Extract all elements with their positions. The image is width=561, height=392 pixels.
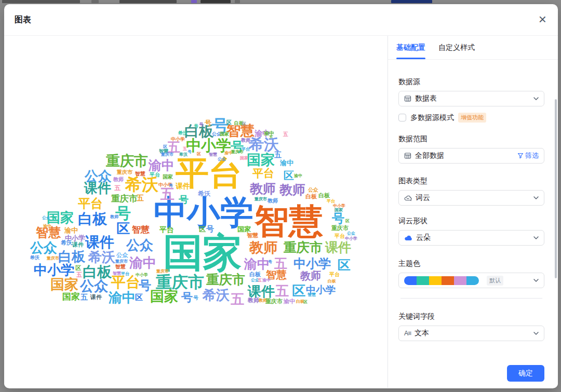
word-cloud-word: 重庆市 xyxy=(206,273,245,286)
scrollbar-thumb[interactable] xyxy=(555,99,557,278)
word-cloud-word: 五 xyxy=(283,132,288,137)
word-cloud-word: 中小学 xyxy=(34,263,74,277)
word-cloud-word: 教师 xyxy=(110,215,118,219)
background-fragment xyxy=(201,0,231,3)
word-cloud-word: 号 xyxy=(181,292,193,303)
word-cloud-word: 国家 xyxy=(163,174,173,180)
word-cloud-word: 平台 xyxy=(78,197,103,210)
background-fragment xyxy=(235,0,240,3)
background-fragment xyxy=(191,0,197,3)
word-cloud-word: 区 xyxy=(345,219,350,223)
word-cloud-word: 平台 xyxy=(111,275,140,290)
text-field-icon: A≡ xyxy=(404,330,411,337)
dialog-title: 图表 xyxy=(15,15,31,25)
word-cloud-word: 智慧 xyxy=(247,233,258,238)
word-cloud-word: 区 xyxy=(242,122,246,126)
data-range-select[interactable]: 全部数据 筛选 xyxy=(398,148,544,164)
word-cloud-word: 希沃 xyxy=(198,191,210,197)
data-range-value: 全部数据 xyxy=(415,151,444,160)
multi-source-row: 多数据源模式 增值功能 xyxy=(398,113,544,123)
word-cloud-word: 五 xyxy=(161,187,175,201)
word-cloud-word: 白板 xyxy=(78,212,107,226)
word-cloud-word: 公众 xyxy=(30,241,57,254)
word-cloud-word: 重庆市 xyxy=(161,153,173,157)
word-cloud-word: 智慧 xyxy=(115,264,126,269)
close-icon[interactable]: × xyxy=(539,11,546,27)
word-cloud-word: 区 xyxy=(199,226,206,233)
chart-type-select[interactable]: 词云 xyxy=(398,190,544,206)
table-icon xyxy=(404,95,411,102)
word-cloud-word: 教师 xyxy=(113,177,124,182)
keyword-field-value: 文本 xyxy=(415,329,429,338)
word-cloud-word: 课件 xyxy=(248,285,275,298)
word-cloud-word: 课件 xyxy=(90,294,102,300)
word-cloud-word: 平台 xyxy=(335,234,345,239)
word-cloud-word: 国家 xyxy=(50,278,78,292)
word-cloud-word: 重庆市 xyxy=(265,299,283,304)
table-icon xyxy=(404,152,411,159)
theme-swatch xyxy=(454,276,466,285)
tab-custom-style[interactable]: 自定义样式 xyxy=(438,36,475,59)
theme-color-label: 主题色 xyxy=(398,259,544,268)
word-cloud-word: 号 xyxy=(332,212,344,225)
word-cloud-word: 五 xyxy=(137,194,144,201)
theme-color-select[interactable]: 默认 xyxy=(398,273,544,288)
cloud-shape-select[interactable]: 云朵 xyxy=(398,230,544,246)
word-cloud-word: 白板 xyxy=(58,250,85,263)
word-cloud-word: 重庆市 xyxy=(106,154,148,168)
filter-link[interactable]: 筛选 xyxy=(517,151,539,160)
word-cloud-word: 希沃 xyxy=(30,255,39,260)
chart-dialog: 图表 × 平台中小学智慧国家重庆市白板号智慧号号号区白板区渝中渝中五五希沃公众国… xyxy=(4,4,558,388)
word-cloud-word: 智慧 xyxy=(132,225,150,234)
background-page-strip xyxy=(0,0,561,4)
word-cloud-word: 五 xyxy=(183,147,187,151)
cloud-shape-label: 词云形状 xyxy=(398,217,544,226)
theme-swatch xyxy=(404,276,417,285)
dialog-header: 图表 × xyxy=(4,4,558,36)
word-cloud-word: 希沃 xyxy=(61,240,72,246)
word-cloud-word: 区 xyxy=(197,152,201,156)
word-cloud-word: 白板 xyxy=(249,272,261,277)
word-cloud-word: 渝中 xyxy=(294,174,302,178)
word-cloud-word: 渝中 xyxy=(149,159,175,172)
word-cloud-word: 重庆市 xyxy=(284,241,323,254)
word-cloud-word: 五 xyxy=(114,185,121,191)
word-cloud-word: 区 xyxy=(135,293,143,301)
word-cloud-word: 中小学 xyxy=(293,258,331,270)
word-cloud-word: 课件 xyxy=(85,235,114,250)
word-cloud-word: 区 xyxy=(75,265,81,271)
theme-swatch xyxy=(466,276,479,285)
word-cloud-word: 号 xyxy=(193,295,198,301)
word-cloud-word: 希沃 xyxy=(249,137,279,152)
word-cloud-word: 渝中 xyxy=(262,278,271,282)
keyword-field-select[interactable]: A≡ 文本 xyxy=(398,326,544,341)
word-cloud-word: 平台 xyxy=(242,147,250,152)
multi-source-checkbox[interactable] xyxy=(398,114,406,121)
word-cloud-word: 公众 xyxy=(116,252,128,258)
word-cloud-word: 平台 xyxy=(329,272,340,277)
data-source-select[interactable]: 数据表 xyxy=(398,91,544,106)
word-cloud-word: 课件 xyxy=(84,181,111,195)
chevron-down-icon xyxy=(533,97,539,100)
word-cloud-word: 号 xyxy=(268,260,272,264)
word-cloud-word: 渝中 xyxy=(284,299,295,304)
word-cloud-word: 希沃 xyxy=(125,176,158,193)
word-cloud-word: 区 xyxy=(303,300,308,304)
confirm-button[interactable]: 确定 xyxy=(507,365,544,382)
config-panel: 基础配置 自定义样式 数据源 数据表 多数据源模式 xyxy=(388,36,558,388)
word-cloud-word: 号 xyxy=(179,195,189,205)
theme-swatch xyxy=(429,276,442,285)
word-cloud-word: 重庆市 xyxy=(255,197,267,201)
word-cloud-word: 号 xyxy=(199,123,204,127)
word-cloud-word: 白板 xyxy=(318,193,330,198)
word-cloud-word: 智慧 xyxy=(209,153,217,157)
word-cloud-word: 国家 xyxy=(150,290,178,304)
theme-swatch xyxy=(442,276,454,285)
chart-type-value: 词云 xyxy=(416,193,430,202)
theme-swatches xyxy=(404,276,479,285)
word-cloud-word: 教师 xyxy=(279,183,305,196)
tab-basic-config[interactable]: 基础配置 xyxy=(396,36,425,59)
word-cloud-word: 重庆市 xyxy=(115,260,128,264)
word-cloud-word: 号 xyxy=(194,124,198,129)
chart-canvas: 平台中小学智慧国家重庆市白板号智慧号号号区白板区渝中渝中五五希沃公众国家中小学教… xyxy=(4,36,388,388)
